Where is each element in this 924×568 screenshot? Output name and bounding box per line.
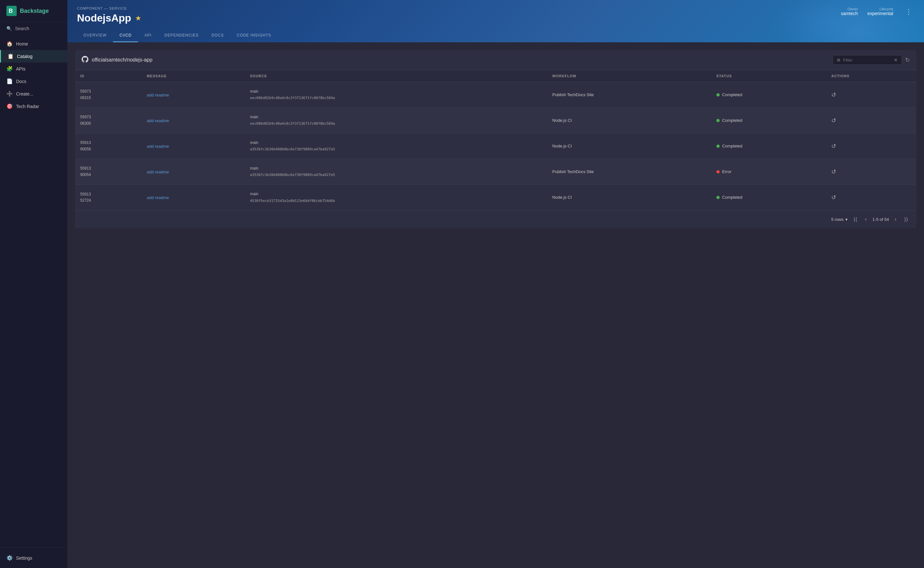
first-page-button[interactable]: ⟨⟨ — [851, 215, 859, 224]
apis-icon: 🧩 — [6, 66, 12, 72]
table-row: 5591390054 add readme main a3536fc3b30d4… — [75, 159, 916, 184]
sidebar-item-create[interactable]: ➕ Create... — [0, 88, 67, 100]
cell-source: main eec086d02b9c40a4c0c3f3713671fc00f8b… — [245, 82, 547, 108]
status-text: Error — [722, 169, 732, 174]
cell-message: add readme — [141, 82, 245, 108]
tab-dependencies[interactable]: DEPENDENCIES — [158, 29, 205, 42]
cell-workflow: Node.js CI — [547, 108, 711, 133]
docs-icon: 📄 — [6, 78, 12, 84]
status-dot — [716, 145, 720, 148]
sidebar-item-label: Tech Radar — [16, 104, 39, 109]
message-link[interactable]: add readme — [147, 93, 169, 97]
tab-api[interactable]: API — [138, 29, 158, 42]
col-header-id: ID — [75, 70, 141, 82]
table-row: 5591390056 add readme main a3536fc3b30d4… — [75, 133, 916, 159]
repo-name: officialsamtech/nodejs-app — [82, 56, 152, 65]
cell-message: add readme — [141, 108, 245, 133]
status-dot — [716, 93, 720, 97]
sidebar-item-settings[interactable]: ⚙️ Settings — [0, 551, 67, 564]
filter-input[interactable] — [843, 58, 891, 62]
sidebar-item-label: Settings — [16, 556, 32, 560]
sidebar-logo[interactable]: B Backstage — [0, 0, 67, 22]
col-header-actions: ACTIONS — [826, 70, 916, 82]
cell-status: Completed — [711, 184, 826, 210]
lifecycle-value: experimental — [868, 11, 893, 16]
favorite-star-icon[interactable]: ★ — [135, 14, 141, 23]
repo-name-text: officialsamtech/nodejs-app — [92, 57, 152, 63]
message-link[interactable]: add readme — [147, 195, 169, 200]
tab-code-insights[interactable]: CODE INSIGHTS — [230, 29, 278, 42]
cell-id: 5597306300 — [75, 108, 141, 133]
search-icon: 🔍 — [6, 26, 12, 31]
header-info: COMPONENT — SERVICE NodejsApp ★ — [77, 6, 141, 24]
entity-header: COMPONENT — SERVICE NodejsApp ★ Owner sa… — [67, 0, 924, 42]
rerun-button[interactable]: ↺ — [831, 117, 836, 124]
cell-status: Completed — [711, 133, 826, 159]
cell-workflow: Publish TechDocs Site — [547, 159, 711, 184]
sidebar-item-docs[interactable]: 📄 Docs — [0, 75, 67, 88]
search-item[interactable]: 🔍 Search — [0, 22, 67, 35]
table-row: 5597306300 add readme main eec086d02b9c4… — [75, 108, 916, 133]
cell-id: 5597306315 — [75, 82, 141, 108]
search-label: Search — [15, 26, 29, 31]
rows-dropdown-icon: ▾ — [845, 217, 848, 222]
home-icon: 🏠 — [6, 41, 12, 47]
sidebar-item-label: Create... — [16, 91, 33, 97]
catalog-icon: 📋 — [8, 53, 13, 59]
backstage-logo-icon: B — [6, 6, 17, 16]
more-options-button[interactable]: ⋮ — [903, 6, 914, 17]
header-title-row: NodejsApp ★ — [77, 12, 141, 24]
last-page-button[interactable]: ⟩⟩ — [902, 215, 910, 224]
sidebar-item-label: Catalog — [17, 54, 32, 59]
clear-filter-button[interactable]: ✕ — [894, 57, 898, 62]
sidebar-item-apis[interactable]: 🧩 APIs — [0, 62, 67, 75]
entity-kind: COMPONENT — SERVICE — [77, 6, 141, 10]
tech-radar-icon: 🎯 — [6, 103, 12, 109]
col-header-message: MESSAGE — [141, 70, 245, 82]
message-link[interactable]: add readme — [147, 144, 169, 149]
cell-id: 5591352724 — [75, 184, 141, 210]
sidebar-logo-text: Backstage — [20, 8, 49, 14]
next-page-button[interactable]: › — [893, 215, 898, 224]
content-area: officialsamtech/nodejs-app ⚙ ✕ ↻ ID ME — [67, 42, 924, 568]
entity-title: NodejsApp — [77, 12, 131, 24]
status-dot — [716, 119, 720, 122]
tab-docs[interactable]: DOCS — [205, 29, 230, 42]
sidebar-item-home[interactable]: 🏠 Home — [0, 38, 67, 50]
sidebar-item-label: Docs — [16, 79, 26, 84]
message-link[interactable]: add readme — [147, 169, 169, 174]
refresh-button[interactable]: ↻ — [905, 56, 910, 63]
cell-source: main 4538f5ecb31725d3a1e0b513e68df86cbb7… — [245, 184, 547, 210]
sidebar-item-label: Home — [16, 41, 28, 47]
cell-workflow: Publish TechDocs Site — [547, 82, 711, 108]
cell-status: Error — [711, 159, 826, 184]
rerun-button[interactable]: ↺ — [831, 91, 836, 98]
header-meta: Owner samtech Lifecycle experimental ⋮ — [841, 6, 914, 17]
sidebar-item-label: APIs — [16, 66, 26, 71]
settings-icon: ⚙️ — [6, 555, 12, 561]
message-link[interactable]: add readme — [147, 118, 169, 123]
lifecycle-meta: Lifecycle experimental — [868, 7, 893, 16]
create-icon: ➕ — [6, 91, 12, 97]
rows-per-page-select[interactable]: 5 rows ▾ — [831, 217, 848, 222]
col-header-workflow: WORKFLOW — [547, 70, 711, 82]
rerun-button[interactable]: ↺ — [831, 143, 836, 150]
sidebar-item-catalog[interactable]: 📋 Catalog — [0, 50, 67, 62]
status-text: Completed — [722, 92, 742, 97]
rerun-button[interactable]: ↺ — [831, 168, 836, 175]
rows-label: 5 rows — [831, 217, 844, 222]
cell-status: Completed — [711, 108, 826, 133]
owner-value: samtech — [841, 11, 858, 16]
builds-table: ID MESSAGE SOURCE WORKFLOW STATUS ACTION… — [75, 70, 916, 210]
prev-page-button[interactable]: ‹ — [863, 215, 868, 224]
rerun-button[interactable]: ↺ — [831, 194, 836, 201]
status-dot — [716, 170, 720, 174]
filter-icon: ⚙ — [837, 58, 841, 62]
status-dot — [716, 196, 720, 199]
status-text: Completed — [722, 195, 742, 200]
sidebar-item-tech-radar[interactable]: 🎯 Tech Radar — [0, 100, 67, 112]
cell-actions: ↺ — [826, 159, 916, 184]
page-info: 1-5 of 54 — [872, 217, 889, 222]
tab-overview[interactable]: OVERVIEW — [77, 29, 113, 42]
tab-cicd[interactable]: CI/CD — [113, 29, 138, 42]
